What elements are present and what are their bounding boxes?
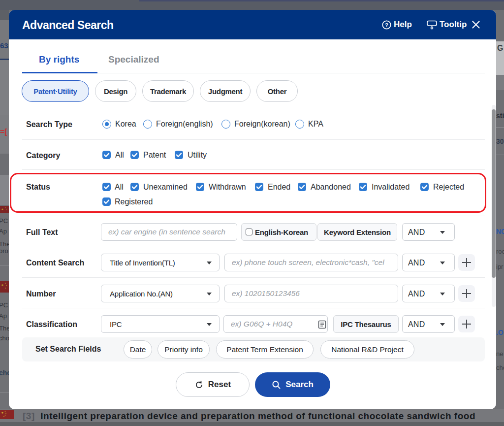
svg-text:?: ? <box>385 22 388 28</box>
